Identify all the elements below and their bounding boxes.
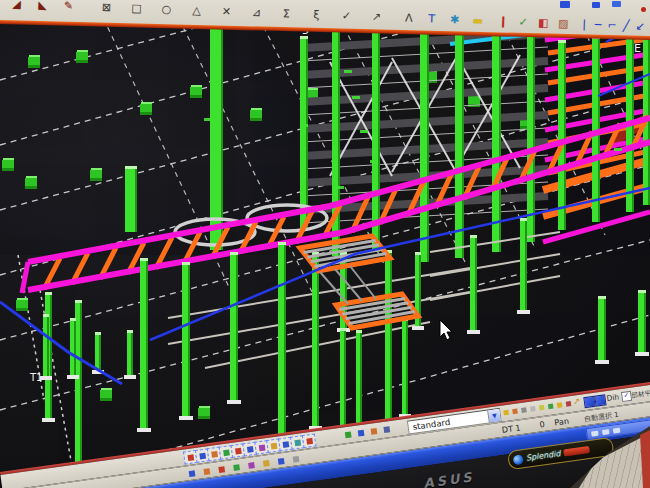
snap-icon[interactable] [230, 461, 242, 473]
sticker-red-word [563, 446, 590, 456]
snap-icon[interactable] [245, 459, 257, 471]
grid-label-E: E [634, 42, 641, 55]
toolbar-icon-red-check[interactable]: ✓ [513, 11, 534, 34]
sticker-label: Splendid [525, 449, 561, 463]
snap-icon[interactable] [341, 428, 353, 440]
toolbar-group: ΛT✱▬ [397, 7, 490, 32]
toolbar-group: ◢◣✎ [3, 0, 82, 18]
snap-icon[interactable] [289, 453, 301, 465]
arrow-ne-icon[interactable]: ↗ [572, 396, 581, 407]
snap-icon[interactable] [302, 433, 317, 448]
toolbar-icon-tool-pen[interactable]: ✎ [55, 0, 82, 18]
monitor-photo: 3 7 5 E T1 ◢◣✎⊠□○△✕⊿Σξ✓↗ΛT✱▬❙✓◧▨❘─⌐╱↙»❘ … [0, 0, 650, 488]
snap-icon[interactable] [367, 425, 379, 437]
toolbar-icon-line-diag[interactable]: ╱ [619, 15, 634, 37]
snap-icon[interactable] [274, 455, 286, 467]
toolbar-icon-rect[interactable]: □ [121, 0, 152, 20]
chevron-down-icon[interactable]: ▼ [487, 408, 501, 422]
toolbar-icon-triangle[interactable]: △ [181, 0, 212, 23]
sticker-orb-icon [513, 454, 524, 465]
partial-icon[interactable] [612, 1, 621, 7]
partial-icon[interactable] [641, 7, 646, 12]
toolbar-icon-polyline[interactable]: ⌐ [605, 15, 620, 37]
checkbox-plane-1-label: 部材平面 [631, 388, 650, 400]
toolbar-icon-corner[interactable]: ⊿ [241, 2, 272, 25]
status-dt: DT 1 [501, 423, 521, 434]
toolbar-icon-sigma[interactable]: Σ [271, 3, 302, 26]
partial-icon[interactable] [592, 2, 600, 8]
dih-label: Dih [606, 392, 620, 404]
snap-icon[interactable] [215, 463, 227, 475]
toolbar-icon-spline[interactable]: ξ [301, 4, 332, 27]
toolbar-icon-tool-clip-a[interactable]: ◢ [3, 0, 30, 16]
snap-icon[interactable] [380, 423, 392, 435]
toolbar-icon-line-h[interactable]: ─ [591, 14, 606, 36]
toolbar-icon-filter[interactable]: T [420, 8, 444, 31]
status-zero: 0 [539, 419, 545, 429]
toolbar-icon-check[interactable]: ✓ [331, 5, 362, 28]
status-pan: Pan [554, 416, 570, 427]
toolbar-icon-binoculars[interactable]: Λ [397, 7, 421, 30]
snap-icon[interactable] [185, 467, 197, 479]
toolbar-icon-cross[interactable]: ✕ [211, 1, 242, 24]
grid-label-T1: T1 [29, 372, 42, 383]
toolbar-icon-line-v[interactable]: ❘ [577, 14, 592, 36]
snap-icon[interactable] [200, 465, 212, 477]
toolbar-icon-note[interactable]: ▬ [466, 10, 490, 33]
toolbar-icon-red-pen[interactable]: ❙ [493, 11, 514, 34]
asus-logo: ASUS [423, 469, 476, 488]
plane-icon[interactable] [594, 394, 606, 406]
toolbar-icon-arrow-ne[interactable]: ↗ [361, 6, 392, 29]
toolbar-icon-tool-clip-b[interactable]: ◣ [29, 0, 56, 17]
toolbar-icon-circle[interactable]: ○ [151, 0, 182, 21]
snap-icon[interactable] [260, 457, 272, 469]
partial-icon[interactable] [560, 1, 570, 8]
snap-icon[interactable] [354, 427, 366, 439]
mouse-cursor [440, 320, 452, 340]
toolbar-icon-hatch-box[interactable]: ▨ [553, 13, 574, 36]
toolbar-icon-snap-star[interactable]: ✱ [443, 9, 467, 32]
toolbar-icon-select-box[interactable]: ⊠ [91, 0, 122, 19]
snap-icon[interactable] [563, 399, 573, 409]
toolbar-icon-red-box[interactable]: ◧ [533, 12, 554, 35]
